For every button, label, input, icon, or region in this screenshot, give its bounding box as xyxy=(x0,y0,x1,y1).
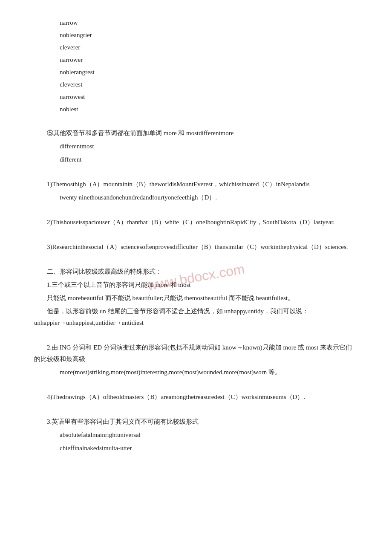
question1: 1)Themosthigh（A）mountainin（B）theworldisM… xyxy=(34,179,358,190)
section2-heading: 二、形容词比较级或最高级的特殊形式： xyxy=(34,266,358,278)
question2: 2)Thishouseisspaciouser（A）thanthat（B）whi… xyxy=(34,217,358,228)
section5-label: ⑤其他双音节和多音节词都在前面加单词 more 和 mostdifferentm… xyxy=(34,127,358,139)
section3: 3.英语里有些形容词由于其词义而不可能有比较级形式 xyxy=(34,416,358,428)
section3-detail1: absolutefatalmainrightuniversal xyxy=(60,429,358,441)
section2-1-detail: 只能说 morebeautiful 而不能说 beautifuller;只能说 … xyxy=(34,292,358,304)
word-noblerangrest: noblerangrest xyxy=(60,66,358,78)
word-cleverer: cleverer xyxy=(60,42,358,53)
word-list: narrow nobleangrier cleverer narrower no… xyxy=(34,17,358,115)
section5: ⑤其他双音节和多音节词都在前面加单词 more 和 mostdifferentm… xyxy=(34,127,358,165)
section2-1: 1.三个或三个以上音节的形容词只能加 more 和 most xyxy=(34,279,358,291)
questions-block: 1)Themosthigh（A）mountainin（B）theworldisM… xyxy=(34,179,358,253)
section3-detail2: chieffinalnakedsimulta-utter xyxy=(60,442,358,454)
word-narrow: narrow xyxy=(60,17,358,29)
word-noblest: noblest xyxy=(60,104,358,115)
section2-2: 2.由 ING 分词和 ED 分词演变过来的形容词(包括不规则动词如 know→… xyxy=(34,342,358,365)
question3: 3)Researchinthesocial（A）sciencesoftenpro… xyxy=(34,241,358,253)
section5-line3: different xyxy=(60,154,358,165)
section2: 二、形容词比较级或最高级的特殊形式： 1.三个或三个以上音节的形容词只能加 mo… xyxy=(34,266,358,454)
section5-line2: differentmost xyxy=(60,141,358,152)
word-nobleangrier: nobleangrier xyxy=(60,29,358,41)
word-cleverest: cleverest xyxy=(60,79,358,90)
section2-1-note: 但是，以形容前缀 un 结尾的三音节形容词不适合上述情况，如 unhappy,u… xyxy=(34,306,358,329)
question4: 4)Thedrawings（A）oftheoldmasters（B）areamo… xyxy=(34,391,358,403)
word-narrowest: narrowest xyxy=(60,91,358,103)
question1b: twenty ninethousandonehundredandfourtyon… xyxy=(60,192,358,203)
section2-2-detail: more(most)striking,more(most)interesting… xyxy=(60,367,358,378)
word-narrower: narrower xyxy=(60,54,358,66)
